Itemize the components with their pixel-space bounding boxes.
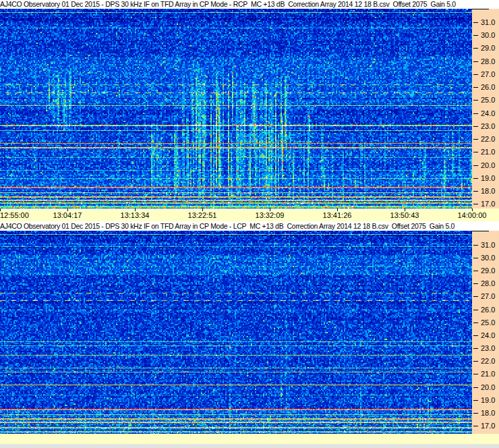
window-edge-strip — [0, 444, 499, 448]
freq-tick — [473, 348, 478, 349]
freq-tick — [473, 335, 478, 336]
freq-tick — [473, 245, 478, 246]
freq-tick-label: 24.0 — [481, 109, 499, 117]
freq-tick — [473, 152, 478, 152]
freq-tick — [473, 204, 478, 204]
freq-tick-label: 19.0 — [481, 174, 499, 182]
time-tick-label: 13:41:26 — [321, 211, 353, 220]
freq-tick — [473, 48, 478, 49]
freq-tick — [473, 74, 478, 75]
freq-tick — [473, 413, 478, 414]
time-tick-label: 13:50:43 — [388, 211, 421, 220]
freq-tick — [473, 178, 478, 179]
freq-tick-label: 21.0 — [481, 370, 499, 378]
freq-tick-label: 29.0 — [481, 44, 499, 52]
lcp-plot-row: 31.030.029.028.027.026.025.024.023.022.0… — [0, 231, 499, 434]
freq-tick — [473, 22, 478, 23]
rcp-plot-row: 31.030.029.028.027.026.025.024.023.022.0… — [0, 9, 499, 208]
freq-tick-label: 31.0 — [481, 18, 499, 26]
freq-tick-label: 25.0 — [481, 96, 499, 104]
lcp-panel-title: AJ4CO Observatory 01 Dec 2015 - DPS 30 k… — [0, 221, 499, 231]
time-tick-label: 13:13:34 — [119, 211, 151, 220]
freq-tick — [473, 258, 478, 258]
freq-tick-label: 25.0 — [481, 318, 499, 327]
freq-tick — [473, 361, 478, 362]
freq-tick-label: 24.0 — [481, 331, 499, 339]
freq-tick — [473, 296, 478, 297]
freq-tick — [473, 426, 478, 426]
lcp-spectrogram-canvas — [0, 231, 472, 434]
freq-tick-label: 27.0 — [481, 292, 499, 300]
time-tick-label: 13:32:09 — [254, 211, 286, 220]
axis-corner-line — [472, 9, 489, 9]
freq-tick — [473, 387, 478, 388]
freq-tick-label: 18.0 — [481, 409, 499, 417]
freq-tick — [473, 87, 478, 88]
freq-tick — [473, 165, 478, 166]
freq-tick-label: 17.0 — [481, 422, 499, 430]
rcp-frequency-axis: 31.030.029.028.027.026.025.024.023.022.0… — [472, 9, 499, 208]
freq-tick-label: 30.0 — [481, 31, 499, 39]
freq-tick-label: 27.0 — [481, 70, 499, 78]
spectrograph-window: AJ4CO Observatory 01 Dec 2015 - DPS 30 k… — [0, 0, 499, 448]
bottom-spacer-strip — [0, 434, 499, 444]
freq-tick-label: 17.0 — [481, 200, 499, 208]
time-tick-label: 13:22:51 — [186, 211, 218, 220]
freq-tick — [473, 113, 478, 114]
freq-tick — [473, 323, 478, 323]
time-tick-label: 12:55:00 — [0, 211, 29, 220]
freq-tick — [473, 35, 478, 36]
freq-tick — [473, 191, 478, 192]
freq-tick — [473, 61, 478, 62]
freq-tick-label: 20.0 — [481, 161, 499, 169]
freq-tick-label: 22.0 — [481, 135, 499, 143]
freq-tick-label: 21.0 — [481, 148, 499, 156]
freq-tick — [473, 139, 478, 140]
freq-tick — [473, 100, 478, 101]
freq-tick-label: 26.0 — [481, 83, 499, 91]
rcp-panel-title: AJ4CO Observatory 01 Dec 2015 - DPS 30 k… — [0, 0, 499, 9]
freq-tick-label: 26.0 — [481, 306, 499, 314]
freq-tick-label: 28.0 — [481, 279, 499, 287]
freq-tick — [473, 374, 478, 374]
freq-tick-label: 31.0 — [481, 241, 499, 249]
freq-tick-label: 29.0 — [481, 267, 499, 275]
lcp-frequency-axis: 31.030.029.028.027.026.025.024.023.022.0… — [472, 231, 499, 434]
freq-tick — [473, 271, 478, 271]
freq-tick-label: 20.0 — [481, 383, 499, 391]
freq-tick-label: 23.0 — [481, 122, 499, 130]
freq-tick — [473, 310, 478, 310]
freq-tick-label: 22.0 — [481, 357, 499, 365]
freq-tick — [473, 126, 478, 127]
freq-tick-label: 23.0 — [481, 344, 499, 352]
time-axis: 12:55:0013:04:1713:13:3413:22:5113:32:09… — [0, 208, 499, 221]
rcp-spectrogram-canvas — [0, 9, 472, 208]
time-tick-label: 14:00:00 — [456, 211, 488, 220]
time-tick-label: 13:04:17 — [51, 211, 84, 220]
freq-tick — [473, 400, 478, 401]
freq-tick-label: 30.0 — [481, 254, 499, 262]
freq-tick-label: 28.0 — [481, 57, 499, 65]
freq-tick — [473, 283, 478, 284]
freq-tick-label: 18.0 — [481, 187, 499, 195]
axis-corner-line — [472, 231, 489, 231]
freq-tick-label: 19.0 — [481, 396, 499, 404]
